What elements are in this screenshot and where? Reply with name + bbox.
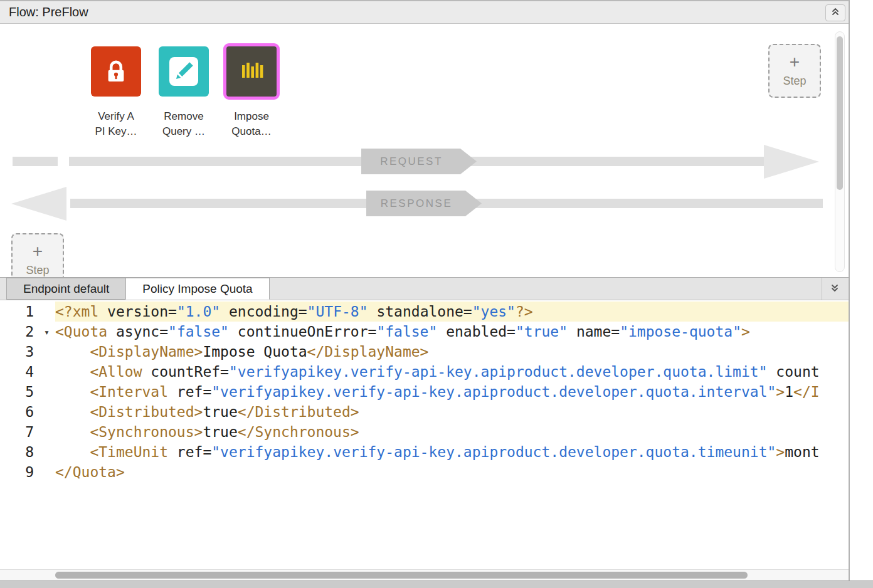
code-line[interactable]: 1<?xml version="1.0" encoding="UTF-8" st… xyxy=(0,302,849,322)
code-line[interactable]: 6 <Distributed>true</Distributed> xyxy=(0,402,849,422)
code-line[interactable]: 4 <Allow countRef="verifyapikey.verify-a… xyxy=(0,362,849,382)
line-number[interactable]: 8 xyxy=(0,442,55,462)
line-number[interactable]: 1 xyxy=(0,302,55,322)
plus-icon: + xyxy=(790,54,800,70)
step-label: ImposeQuota… xyxy=(210,109,293,139)
expand-editor-button[interactable] xyxy=(825,281,845,297)
code-line[interactable]: 2▾<Quota async="false" continueOnError="… xyxy=(0,322,849,342)
flow-header: Flow: PreFlow xyxy=(0,1,849,24)
flow-step-impose-quota[interactable]: ImposeQuota… xyxy=(226,46,277,139)
chevron-double-up-icon xyxy=(831,7,840,19)
line-number[interactable]: 4 xyxy=(0,362,55,382)
add-step-request-button[interactable]: + Step xyxy=(768,44,821,98)
tabbar-divider xyxy=(822,278,822,300)
line-number[interactable]: 9 xyxy=(0,462,55,482)
pencil-icon[interactable] xyxy=(159,46,209,97)
line-number[interactable]: 7 xyxy=(0,422,55,442)
bar-chart-icon[interactable] xyxy=(223,43,280,100)
chevron-double-down-icon xyxy=(830,283,839,295)
request-banner: REQUEST xyxy=(361,149,477,174)
code-line-content[interactable]: </Quota> xyxy=(55,462,849,482)
add-step-response-button[interactable]: + Step xyxy=(11,233,64,277)
code-line[interactable]: 9</Quota> xyxy=(0,462,849,482)
code-line-content[interactable]: <Interval ref="verifyapikey.verify-api-k… xyxy=(55,382,849,402)
code-lines: 1<?xml version="1.0" encoding="UTF-8" st… xyxy=(0,302,849,482)
add-step-label: Step xyxy=(26,264,49,277)
code-line-content[interactable]: <Allow countRef="verifyapikey.verify-api… xyxy=(55,362,849,382)
canvas-scrollbar-thumb[interactable] xyxy=(837,36,843,190)
code-line-content[interactable]: <Synchronous>true</Synchronous> xyxy=(55,422,849,442)
lock-icon[interactable] xyxy=(91,46,141,97)
flow-title: Flow: PreFlow xyxy=(9,5,88,19)
flow-step-verify-api-key[interactable]: Verify API Key… xyxy=(91,46,141,139)
line-number[interactable]: 2▾ xyxy=(0,322,55,342)
code-line[interactable]: 8 <TimeUnit ref="verifyapikey.verify-api… xyxy=(0,442,849,462)
line-number[interactable]: 6 xyxy=(0,402,55,422)
flow-step-remove-query[interactable]: RemoveQuery … xyxy=(159,46,209,139)
tab-endpoint-default[interactable]: Endpoint default xyxy=(6,278,126,300)
add-step-label: Step xyxy=(783,75,806,88)
code-line-content[interactable]: <DisplayName>Impose Quota</DisplayName> xyxy=(55,342,849,362)
flow-canvas: Verify API Key… RemoveQuery … ImposeQuot… xyxy=(0,24,849,277)
code-line[interactable]: 5 <Interval ref="verifyapikey.verify-api… xyxy=(0,382,849,402)
editor-tab-bar: Endpoint defaultPolicy Impose Quota xyxy=(0,277,849,300)
line-number[interactable]: 5 xyxy=(0,382,55,402)
request-arrow-head xyxy=(764,145,819,179)
request-lane-stub xyxy=(13,157,58,166)
collapse-flow-button[interactable] xyxy=(825,4,845,21)
plus-icon: + xyxy=(33,243,43,260)
fold-caret-icon[interactable]: ▾ xyxy=(44,322,50,342)
code-editor[interactable]: 1<?xml version="1.0" encoding="UTF-8" st… xyxy=(0,300,849,569)
editor-horizontal-scrollbar[interactable] xyxy=(0,569,849,580)
code-line-content[interactable]: <TimeUnit ref="verifyapikey.verify-api-k… xyxy=(55,442,849,462)
line-number[interactable]: 3 xyxy=(0,342,55,362)
editor-scrollbar-thumb[interactable] xyxy=(55,572,748,579)
response-banner: RESPONSE xyxy=(366,191,482,216)
request-label: REQUEST xyxy=(380,155,443,168)
tab-policy-impose-quota[interactable]: Policy Impose Quota xyxy=(125,278,269,300)
editor-tabs: Endpoint defaultPolicy Impose Quota xyxy=(6,278,269,300)
response-arrow-head xyxy=(11,187,66,221)
window-bottom-edge xyxy=(0,580,873,588)
code-line-content[interactable]: <?xml version="1.0" encoding="UTF-8" sta… xyxy=(55,302,849,322)
code-line-content[interactable]: <Quota async="false" continueOnError="fa… xyxy=(55,322,849,342)
code-line-content[interactable]: <Distributed>true</Distributed> xyxy=(55,402,849,422)
code-line[interactable]: 3 <DisplayName>Impose Quota</DisplayName… xyxy=(0,342,849,362)
flow-editor-window: Flow: PreFlow Verify API Key… RemoveQuer… xyxy=(0,0,850,580)
response-label: RESPONSE xyxy=(381,197,452,210)
code-line[interactable]: 7 <Synchronous>true</Synchronous> xyxy=(0,422,849,442)
flow-steps: Verify API Key… RemoveQuery … ImposeQuot… xyxy=(91,46,277,139)
